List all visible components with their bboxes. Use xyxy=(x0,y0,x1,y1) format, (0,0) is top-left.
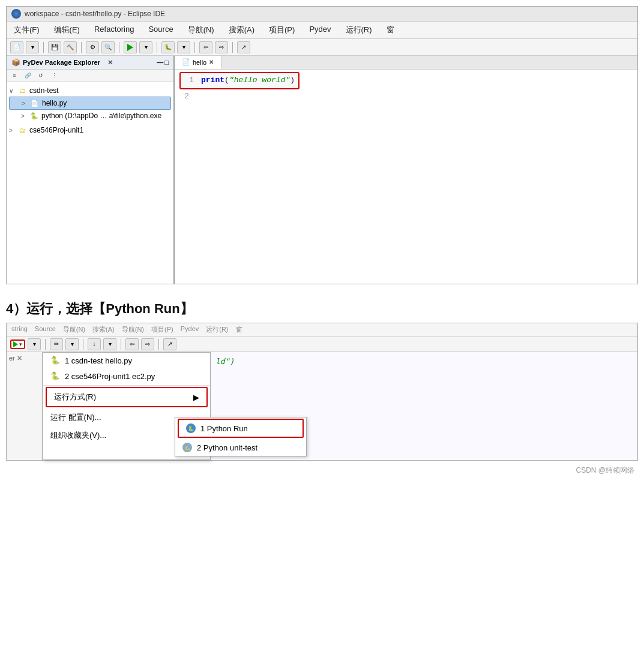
toolbar-separator-4 xyxy=(157,42,157,53)
pencil-btn[interactable]: ✏ xyxy=(50,338,63,350)
expand-arrow-cse: > xyxy=(9,127,16,134)
play-btn-highlighted[interactable]: ▾ xyxy=(10,339,25,349)
editor-tab-hello[interactable]: 📄 hello ✕ xyxy=(175,56,221,69)
sub-dropdown: 🐍 1 Python Run 🐍 2 Python unit-test xyxy=(175,417,307,456)
more-btn[interactable]: ⋮ xyxy=(49,71,59,80)
project-name-2: cse546Proj-unit1 xyxy=(29,126,83,134)
project-csdn-test[interactable]: ∨ 🗂 csdn-test xyxy=(9,85,171,97)
run-mode-label: 运行方式(R) xyxy=(54,392,96,402)
organize-label: 组织收藏夹(V)... xyxy=(50,431,106,440)
recent-run-1[interactable]: 🐍 1 csdn-test hello.py xyxy=(43,353,210,368)
panel-header: 📦 PyDev Package Explorer ✕ — □ xyxy=(7,56,173,70)
menu2-item-1[interactable]: Source xyxy=(35,325,56,334)
toolbar-separator-6 xyxy=(232,42,233,53)
window-title: workspace - csdn-test/hello.py - Eclipse… xyxy=(25,10,165,18)
menu-bar-2: string Source 导航(N) 搜索(A) 导航(N) 项目(P) Py… xyxy=(7,323,637,336)
menu2-item-7[interactable]: 运行(R) xyxy=(206,325,228,334)
menu2-item-5[interactable]: 项目(P) xyxy=(151,325,173,334)
menu-project[interactable]: 项目(P) xyxy=(266,23,297,37)
package-explorer: 📦 PyDev Package Explorer ✕ — □ ≡ 🔗 ↺ ⋮ ∨ xyxy=(7,56,175,284)
collapse-all-btn[interactable]: ≡ xyxy=(9,71,20,80)
menu2-item-3[interactable]: 搜索(A) xyxy=(92,325,115,334)
open-paren: ( xyxy=(224,74,229,87)
save-btn[interactable]: 💾 xyxy=(48,41,61,53)
python-interpreter[interactable]: > 🐍 python (D:\appDo … a\file\python.exe xyxy=(9,110,171,122)
menu2-item-0[interactable]: string xyxy=(11,325,28,334)
python-run-label: 1 Python Run xyxy=(200,424,248,433)
python-unit-test-item[interactable]: 🐍 2 Python unit-test xyxy=(175,439,306,456)
search-toolbar-btn[interactable]: 🔍 xyxy=(101,41,115,53)
expand-arrow-file: > xyxy=(22,100,29,107)
menu-source[interactable]: Source xyxy=(146,23,175,37)
partial-code-line: ld") xyxy=(215,357,633,366)
menu-window[interactable]: 窗 xyxy=(384,23,397,37)
package-explorer-icon: 📦 xyxy=(11,58,20,67)
package-explorer-title: PyDev Package Explorer xyxy=(23,59,100,66)
code-content[interactable]: 1 print("hello world") 2 xyxy=(175,70,637,284)
recent-run-2-label: 2 cse546Proj-unit1 ec2.py xyxy=(65,372,155,381)
code-editor: 📄 hello ✕ 1 print("hello world") 2 xyxy=(175,56,637,284)
toolbar-btn-3[interactable]: ▾ xyxy=(28,338,41,350)
run-mode-item[interactable]: 运行方式(R) ▶ xyxy=(46,387,208,407)
sync-btn[interactable]: ↺ xyxy=(35,71,46,80)
forward-btn[interactable]: ⇨ xyxy=(215,41,228,53)
menu2-item-8[interactable]: 窗 xyxy=(236,325,242,334)
nav-btn[interactable]: ⇦ xyxy=(125,338,139,350)
down-btn[interactable]: ↓ xyxy=(88,338,101,350)
line-number-2: 2 xyxy=(179,91,189,103)
play-icon-2 xyxy=(13,341,18,347)
panel-actions: ≡ 🔗 ↺ ⋮ xyxy=(7,70,173,82)
python-run-item[interactable]: 🐍 1 Python Run xyxy=(178,419,304,438)
python-icon: 🐍 xyxy=(29,111,39,121)
debug-dropdown[interactable]: ▾ xyxy=(177,41,190,53)
menu-refactoring[interactable]: Refactoring xyxy=(92,23,136,37)
nav-btn2[interactable]: ⇨ xyxy=(141,338,154,350)
sep-t2 xyxy=(45,339,46,350)
eclipse-icon xyxy=(11,9,21,19)
menu2-item-6[interactable]: Pydev xyxy=(181,325,199,334)
toolbar-separator-2 xyxy=(81,42,82,53)
down-dropdown[interactable]: ▾ xyxy=(103,338,116,350)
menu-pydev[interactable]: Pydev xyxy=(307,23,333,37)
dropdown-area: er ✕ 🐍 1 csdn-test hello.py 🐍 2 cse546Pr… xyxy=(7,352,637,460)
dropdown-btn[interactable]: ▾ xyxy=(26,41,39,53)
pencil-dropdown[interactable]: ▾ xyxy=(65,338,79,350)
editor-tab-bar: 📄 hello ✕ xyxy=(175,56,637,70)
menu-search[interactable]: 搜索(A) xyxy=(226,23,257,37)
menu-file[interactable]: 文件(F) xyxy=(11,23,42,37)
toolbar-btn-2[interactable]: 🔨 xyxy=(64,41,77,53)
tab-name: hello xyxy=(193,59,206,66)
tree-area: ∨ 🗂 csdn-test > 📄 hello.py > 🐍 python (D… xyxy=(7,82,173,284)
debug-btn[interactable]: 🐛 xyxy=(161,41,175,53)
tab-close-btn[interactable]: ✕ xyxy=(107,59,113,67)
menu2-item-2[interactable]: 导航(N) xyxy=(63,325,85,334)
sep-t2-2 xyxy=(83,339,83,350)
keyword-print: print xyxy=(201,74,224,87)
eclipse-window-top: workspace - csdn-test/hello.py - Eclipse… xyxy=(6,6,638,284)
minimize-btn[interactable]: — xyxy=(157,59,163,66)
code-line-1: 1 print("hello world") xyxy=(184,74,295,87)
recent-run-2[interactable]: 🐍 2 cse546Proj-unit1 ec2.py xyxy=(43,368,210,384)
python-unit-test-label: 2 Python unit-test xyxy=(197,443,257,452)
menu-bar: 文件(F) 编辑(E) Refactoring Source 导航(N) 搜索(… xyxy=(7,22,637,39)
new-file-btn[interactable]: 📄 xyxy=(10,41,23,53)
menu-navigate[interactable]: 导航(N) xyxy=(185,23,217,37)
recent-run-1-label: 1 csdn-test hello.py xyxy=(65,356,132,365)
tab-close[interactable]: ✕ xyxy=(209,59,214,65)
export-btn-2[interactable]: ↗ xyxy=(163,338,176,350)
export-btn[interactable]: ↗ xyxy=(237,41,250,53)
line-number-1: 1 xyxy=(184,74,194,87)
link-btn[interactable]: 🔗 xyxy=(22,71,33,80)
back-btn[interactable]: ⇦ xyxy=(199,41,212,53)
maximize-btn[interactable]: □ xyxy=(164,59,169,66)
project-cse546[interactable]: > 🗂 cse546Proj-unit1 xyxy=(9,124,171,136)
menu-edit[interactable]: 编辑(E) xyxy=(52,23,82,37)
gear-btn[interactable]: ⚙ xyxy=(86,41,99,53)
play-dropdown[interactable]: ▾ xyxy=(139,41,152,53)
section-4-label: 4）运行，选择【Python Run】 xyxy=(0,290,644,323)
menu2-item-4[interactable]: 导航(N) xyxy=(122,325,144,334)
play-button[interactable] xyxy=(124,41,137,53)
file-hello-py[interactable]: > 📄 hello.py xyxy=(9,97,171,110)
menu-run[interactable]: 运行(R) xyxy=(343,23,375,37)
expand-arrow: ∨ xyxy=(9,88,16,94)
